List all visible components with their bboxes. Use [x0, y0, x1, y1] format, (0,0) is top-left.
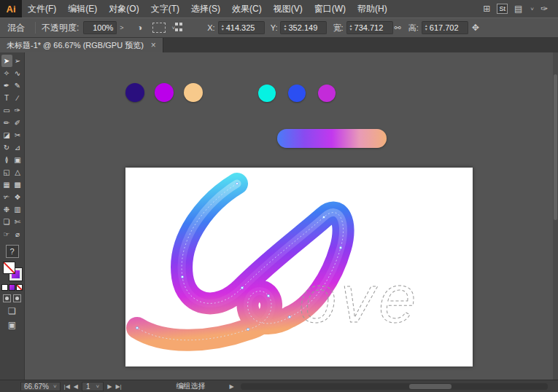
canvas-area[interactable]: ove — [25, 52, 558, 380]
stepper-icon[interactable]: ▴▾ — [425, 24, 427, 31]
selection-tool[interactable]: ➤ — [1, 55, 12, 67]
close-icon[interactable]: × — [151, 40, 156, 50]
menu-item[interactable]: 帮助(H) — [352, 0, 393, 17]
eraser-tool[interactable]: ◪ — [1, 129, 12, 141]
perspective-grid-tool[interactable]: △ — [12, 166, 23, 179]
x-field[interactable]: ▴▾414.325 — [218, 21, 265, 34]
direct-selection-tool[interactable]: ➢ — [12, 55, 23, 67]
slice-tool[interactable]: ✄ — [12, 216, 23, 228]
color-swatch[interactable] — [155, 83, 174, 102]
color-swatch[interactable] — [184, 83, 203, 102]
gradient-button[interactable] — [9, 284, 15, 291]
color-swatch[interactable] — [288, 85, 306, 102]
lasso-tool[interactable]: ∿ — [12, 67, 23, 79]
fill-stroke-control[interactable] — [3, 262, 22, 281]
w-field[interactable]: ▴▾734.712 — [346, 21, 393, 34]
x-value: 414.325 — [226, 23, 255, 32]
free-transform-tool[interactable]: ▣ — [12, 154, 23, 166]
artboard-tool[interactable]: ❏ — [1, 216, 12, 228]
menu-item[interactable]: 对象(O) — [103, 0, 144, 17]
fill-swatch[interactable] — [3, 262, 15, 274]
rotate-tool[interactable]: ↻ — [1, 141, 12, 154]
screen-mode-button[interactable]: ❏ — [8, 306, 16, 316]
menu-item[interactable]: 选择(S) — [185, 0, 226, 17]
menu-item[interactable]: 窗口(W) — [309, 0, 352, 17]
zoom-value: 66.67% — [24, 383, 49, 391]
pen-tool[interactable]: ✒ — [1, 79, 12, 92]
menu-item[interactable]: 视图(V) — [268, 0, 309, 17]
color-swatch[interactable] — [318, 85, 336, 102]
menubar-menus: 文件(F)编辑(E)对象(O)文字(T)选择(S)效果(C)视图(V)窗口(W)… — [22, 0, 393, 17]
artboard-number-field[interactable]: 1 ˅ — [82, 382, 104, 391]
recolor-artwork-icon[interactable]: ◑ — [133, 21, 147, 34]
grid-icon[interactable]: ⊞ — [483, 4, 490, 14]
main-area: ➤➢✧∿✒✎T∕▭✑✏✐◪✂↻⊿≬▣◱△▦▩✃❖❉▥❏✄☞⌀ ? ❏ ▣ — [0, 52, 558, 380]
opacity-label: 不透明度: — [42, 22, 79, 34]
last-artboard-button[interactable]: ▶| — [115, 383, 121, 390]
horizontal-scrollbar[interactable] — [241, 383, 548, 390]
dashed-box-icon — [152, 23, 166, 33]
drawing-modes-row — [3, 294, 21, 302]
zoom-tool[interactable]: ⌀ — [12, 228, 23, 240]
shaper-tool[interactable]: ✐ — [12, 117, 23, 129]
menu-item[interactable]: 文字(T) — [145, 0, 185, 17]
stepper-icon[interactable]: ▴▾ — [350, 24, 352, 31]
vertical-scrollbar-thumb[interactable] — [554, 74, 557, 220]
help-box[interactable]: ? — [6, 245, 19, 258]
gradient-pill[interactable] — [277, 129, 387, 148]
menu-item[interactable]: 效果(C) — [226, 0, 268, 17]
gradient-tool[interactable]: ▩ — [12, 179, 23, 191]
prev-artboard-button[interactable]: ◀ — [74, 383, 78, 390]
rectangle-tool[interactable]: ▭ — [1, 104, 12, 117]
next-artboard-button[interactable]: ▶ — [107, 383, 112, 390]
panel-toggle-button[interactable]: ▣ — [8, 320, 16, 330]
pencil-tool[interactable]: ✏ — [1, 117, 12, 129]
scale-tool[interactable]: ⊿ — [12, 141, 23, 154]
color-swatch[interactable] — [125, 83, 144, 102]
width-tool[interactable]: ≬ — [1, 154, 12, 166]
none-button[interactable] — [16, 284, 23, 291]
opacity-field[interactable]: 100% — [83, 21, 117, 34]
free-transform-icon[interactable]: ✥ — [468, 21, 483, 34]
eyedropper-tool[interactable]: ✃ — [1, 191, 12, 203]
symbol-sprayer-tool[interactable]: ❉ — [1, 203, 12, 216]
love-artwork[interactable]: ove — [125, 168, 473, 366]
h-field[interactable]: ▴▾617.702 — [422, 21, 468, 34]
constrain-options-icon[interactable] — [152, 21, 166, 34]
first-artboard-button[interactable]: |◀ — [64, 383, 70, 390]
document-tab[interactable]: 未标题-1* @ 66.67% (RGB/GPU 预览) × — [0, 38, 163, 52]
menu-item[interactable]: 编辑(E) — [62, 0, 103, 17]
color-swatch[interactable] — [258, 85, 276, 102]
zoom-select[interactable]: 66.67% ˅ — [20, 382, 61, 391]
share-quill-icon[interactable]: ✑ — [540, 4, 548, 14]
status-flyout-icon[interactable]: ▶ — [230, 383, 234, 390]
mesh-tool[interactable]: ▦ — [1, 179, 12, 191]
horizontal-scrollbar-thumb[interactable] — [409, 384, 452, 389]
column-graph-tool[interactable]: ▥ — [12, 203, 23, 216]
stock-icon[interactable]: St — [497, 4, 508, 14]
hand-tool[interactable]: ☞ — [1, 228, 12, 240]
stepper-icon[interactable]: ▴▾ — [284, 24, 286, 31]
constrain-link-icon[interactable]: ⚯ — [395, 23, 401, 33]
line-segment-tool[interactable]: ∕ — [12, 92, 23, 104]
menu-item[interactable]: 文件(F) — [22, 0, 62, 17]
type-tool[interactable]: T — [1, 92, 12, 104]
draw-behind-button[interactable] — [13, 294, 21, 302]
stepper-icon[interactable]: ▴▾ — [222, 24, 224, 31]
paintbrush-tool[interactable]: ✑ — [12, 104, 23, 117]
y-field[interactable]: ▴▾352.149 — [280, 21, 327, 34]
vertical-scrollbar[interactable] — [553, 52, 558, 380]
workspace-icon[interactable]: ▤ — [514, 4, 522, 14]
shape-builder-tool[interactable]: ◱ — [1, 166, 12, 179]
scissors-tool[interactable]: ✂ — [12, 129, 23, 141]
outline-script-text[interactable]: ove — [299, 262, 420, 336]
blend-tool[interactable]: ❖ — [12, 191, 23, 203]
align-options-icon[interactable] — [175, 21, 190, 34]
color-button[interactable] — [1, 284, 8, 291]
app-logo: Ai — [0, 0, 22, 17]
draw-normal-button[interactable] — [3, 294, 11, 302]
curvature-tool[interactable]: ✎ — [12, 79, 23, 92]
document-tab-title: 未标题-1* @ 66.67% (RGB/GPU 预览) — [7, 40, 144, 51]
opacity-dropdown-icon[interactable]: > — [117, 24, 126, 31]
magic-wand-tool[interactable]: ✧ — [1, 67, 12, 79]
